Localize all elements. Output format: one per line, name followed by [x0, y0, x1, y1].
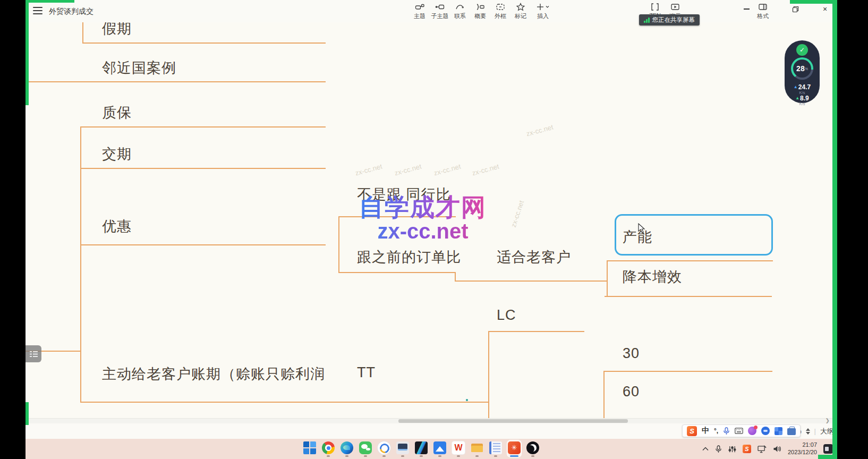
scroll-right-arrow[interactable]: ❯: [826, 418, 830, 423]
close-button[interactable]: ×: [817, 2, 833, 16]
tray-mixer-icon[interactable]: [728, 445, 736, 453]
share-border-left-lower: [25, 402, 29, 425]
mindmap-node-neighbor-country-case[interactable]: 邻近国案例: [102, 58, 176, 78]
screen-share-banner: 您正在共享屏幕: [639, 14, 700, 26]
ime-assistant-icon[interactable]: [761, 427, 770, 435]
taskbar-app-start[interactable]: [303, 440, 317, 457]
mindmap-node-lc[interactable]: LC: [497, 307, 516, 324]
app-statusbar: S 中 °, % | 大纲: [25, 423, 837, 439]
running-indicator: [510, 455, 518, 457]
restore-icon: [792, 6, 799, 13]
zen-icon: [650, 2, 660, 12]
connector-line: [607, 260, 773, 261]
taskbar-app-explorer[interactable]: [470, 440, 484, 457]
toolbar-topic-button[interactable]: 主题: [410, 2, 430, 20]
ghost-watermark-text: zx-cc.net: [471, 163, 500, 177]
wechat-app-icon: [359, 441, 372, 454]
toolbar-summary-button[interactable]: 概要: [470, 2, 490, 20]
shield-check-icon: ✓: [796, 44, 808, 56]
edge-app-icon: [341, 441, 353, 454]
mindmap-node-warranty[interactable]: 质保: [102, 103, 132, 122]
ime-mode-toggle[interactable]: 中: [702, 426, 709, 436]
running-indicator: [420, 455, 423, 457]
taskbar-app-notes[interactable]: [489, 440, 503, 457]
mindmap-node-num-60[interactable]: 60: [623, 384, 640, 400]
taskbar-app-cloud[interactable]: [433, 440, 447, 457]
share-border-top-right: [790, 0, 837, 4]
divider: |: [814, 427, 816, 435]
taskbar-app-wechat[interactable]: [359, 440, 372, 457]
tray-mic-icon[interactable]: [715, 445, 722, 453]
notification-center-icon[interactable]: [823, 444, 833, 454]
taskbar-app-wps[interactable]: W: [452, 440, 465, 457]
connector-line: [603, 371, 772, 372]
ime-mic-icon[interactable]: [723, 427, 730, 435]
scrollbar-thumb[interactable]: [398, 419, 628, 423]
menu-button[interactable]: [33, 7, 42, 14]
tray-cast-icon[interactable]: [758, 445, 767, 453]
monitor-app-icon: [396, 441, 409, 454]
taskbar-app-photo[interactable]: [414, 440, 428, 457]
system-monitor-widget[interactable]: ✓ 28% ▲24.7 K/s ▲8.9 K/s: [785, 40, 820, 103]
upload-speed: ▲24.7 K/s: [785, 84, 820, 95]
taskbar-app-chrome[interactable]: [321, 440, 335, 457]
tray-chevron-icon[interactable]: [702, 447, 709, 451]
share-border-top-left: [25, 0, 74, 3]
horizontal-scrollbar[interactable]: ❯: [25, 418, 833, 423]
mindmap-node-discount[interactable]: 优惠: [102, 217, 132, 236]
tray-speaker-icon[interactable]: [773, 445, 781, 453]
taskbar-app-search[interactable]: [377, 440, 391, 457]
mindmap-node-num-30[interactable]: 30: [623, 345, 640, 362]
ghost-watermark-text: zx-cc.net: [509, 199, 525, 228]
toolbar-marker-button[interactable]: 标记: [510, 2, 531, 20]
mouse-cursor: [637, 223, 646, 234]
toolbar-boundary-button[interactable]: 外框: [490, 2, 510, 20]
ghost-watermark-text: zx-cc.net: [394, 163, 422, 177]
cpu-usage-ring: 28%: [791, 57, 813, 80]
watermark-site: zx-cc.net: [359, 220, 487, 242]
restore-button[interactable]: [787, 2, 803, 16]
minimize-button[interactable]: [738, 2, 754, 16]
toolbar-insert-button[interactable]: 插入: [531, 2, 555, 20]
taskbar-app-edge[interactable]: [340, 440, 354, 457]
taskbar-clock[interactable]: 21:07 2023/12/20: [788, 441, 817, 456]
ghost-watermark-text: zx-cc.net: [433, 163, 462, 177]
usage-percent: 28: [796, 64, 805, 73]
running-indicator: [364, 455, 367, 457]
ime-skin-icon[interactable]: [748, 427, 756, 435]
connector-line: [80, 402, 489, 403]
taskbar-app-moon[interactable]: [526, 440, 540, 457]
letterbox-left: [0, 0, 25, 459]
cloud-app-icon: [433, 441, 446, 454]
watermark-title: 自学成才网: [359, 194, 487, 220]
mindmap-node-vs-previous-order[interactable]: 跟之前的订单比: [357, 248, 461, 267]
toolbar-center: 主题 子主题 联系 概要 外框 标记: [410, 2, 555, 20]
mindmap-node-credit-terms[interactable]: 主动给老客户账期（赊账只赊利润: [102, 364, 325, 384]
taskbar-app-mindmap[interactable]: ✳: [507, 440, 521, 457]
connector-line: [82, 42, 326, 44]
photo-app-icon: [415, 441, 428, 454]
wps-app-icon: W: [452, 441, 465, 454]
ime-punctuation-toggle[interactable]: °,: [714, 427, 718, 435]
present-icon: [670, 2, 680, 12]
sogou-logo-icon[interactable]: S: [687, 426, 697, 436]
mindmap-node-fit-old-customer[interactable]: 适合老客户: [497, 248, 571, 267]
insert-plus-icon: [536, 2, 550, 12]
ime-toolbox-icon[interactable]: [787, 428, 796, 435]
mindmap-node-tt[interactable]: TT: [357, 364, 376, 381]
taskbar-apps: W✳: [303, 440, 540, 457]
ime-keyboard-icon[interactable]: [735, 428, 743, 434]
tray-sogou-icon[interactable]: S: [743, 445, 751, 453]
tray-time: 21:07: [802, 441, 817, 448]
taskbar-app-monitor[interactable]: [396, 440, 410, 457]
ime-apps-grid-icon[interactable]: [775, 427, 782, 435]
outline-side-tab[interactable]: [25, 345, 41, 362]
notes-app-icon: [489, 441, 502, 454]
zoom-stepper[interactable]: [806, 428, 810, 435]
mindmap-node-cost-reduction[interactable]: 降本增效: [623, 267, 682, 286]
mindmap-node-delivery-time[interactable]: 交期: [102, 144, 132, 164]
share-border-right: [832, 0, 837, 459]
collab-dot: [466, 399, 468, 401]
toolbar-subtopic-button[interactable]: 子主题: [430, 2, 450, 20]
toolbar-relation-button[interactable]: 联系: [450, 2, 470, 20]
